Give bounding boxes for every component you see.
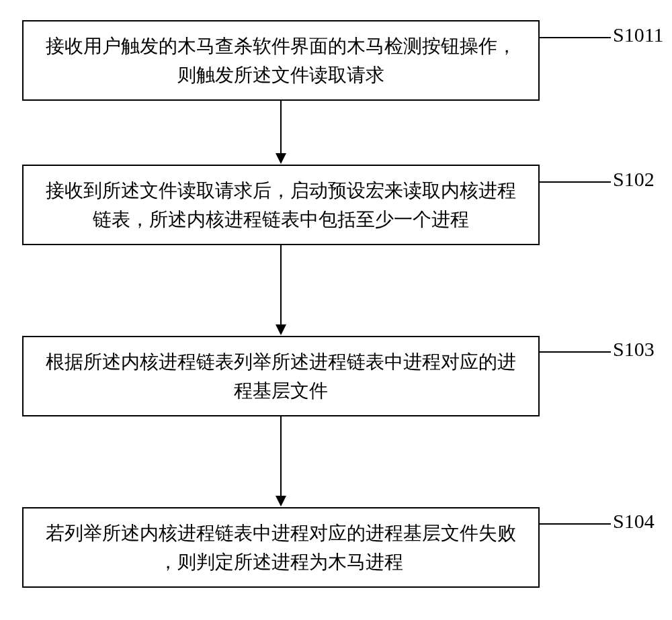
label-connector (540, 37, 611, 38)
flow-step-text: 接收用户触发的木马查杀软件界面的木马检测按钮操作， 则触发所述文件读取请求 (46, 32, 516, 90)
flow-arrow-head (276, 496, 286, 506)
flow-step-s102: 接收到所述文件读取请求后，启动预设宏来读取内核进程 链表，所述内核进程链表中包括… (22, 165, 540, 245)
flowchart-canvas: 接收用户触发的木马查杀软件界面的木马检测按钮操作， 则触发所述文件读取请求 S1… (0, 0, 672, 620)
flow-arrow-head (276, 153, 286, 164)
label-connector (540, 181, 611, 183)
flow-step-s104: 若列举所述内核进程链表中进程对应的进程基层文件失败 ，则判定所述进程为木马进程 (22, 507, 540, 588)
flow-step-label: S104 (613, 510, 655, 533)
flow-step-text: 接收到所述文件读取请求后，启动预设宏来读取内核进程 链表，所述内核进程链表中包括… (46, 176, 516, 234)
label-connector (540, 351, 611, 353)
label-connector (540, 523, 611, 525)
flow-step-s1011: 接收用户触发的木马查杀软件界面的木马检测按钮操作， 则触发所述文件读取请求 (22, 20, 540, 101)
flow-arrow (280, 245, 282, 324)
flow-arrow (280, 416, 282, 496)
flow-step-s103: 根据所述内核进程链表列举所述进程链表中进程对应的进 程基层文件 (22, 336, 540, 416)
flow-step-label: S103 (613, 338, 655, 361)
flow-step-label: S1011 (613, 24, 664, 46)
flow-step-text: 若列举所述内核进程链表中进程对应的进程基层文件失败 ，则判定所述进程为木马进程 (46, 519, 516, 577)
flow-step-text: 根据所述内核进程链表列举所述进程链表中进程对应的进 程基层文件 (46, 347, 516, 406)
flow-step-label: S102 (613, 168, 655, 191)
flow-arrow (280, 101, 282, 153)
flow-arrow-head (276, 324, 286, 335)
